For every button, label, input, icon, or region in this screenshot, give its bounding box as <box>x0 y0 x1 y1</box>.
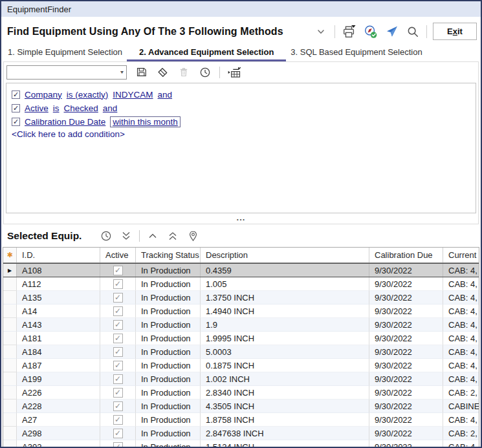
row-selector[interactable] <box>3 372 17 386</box>
cell-active[interactable]: ✓ <box>100 318 136 332</box>
active-checkbox[interactable]: ✓ <box>113 361 123 370</box>
table-row[interactable]: A14✓In Production1.4940 INCH9/30/2022CAB… <box>3 304 479 318</box>
table-row[interactable]: A112✓In Production1.0059/30/2022CAB: 4, … <box>3 277 479 291</box>
cell-active[interactable]: ✓ <box>100 400 136 413</box>
condition-checkbox[interactable]: ✓ <box>12 91 20 99</box>
column-header-active[interactable]: Active <box>100 248 136 262</box>
cell-active[interactable]: ✓ <box>100 372 136 386</box>
active-checkbox[interactable]: ✓ <box>113 388 123 398</box>
condition-segment[interactable]: Calibration Due Date <box>25 117 105 127</box>
active-checkbox[interactable]: ✓ <box>113 401 123 411</box>
condition-segment[interactable]: Company <box>25 90 62 100</box>
active-checkbox[interactable]: ✓ <box>113 279 123 289</box>
row-selector[interactable] <box>3 440 17 447</box>
table-row[interactable]: A184✓In Production5.00039/30/2022CAB: 4,… <box>3 345 479 359</box>
column-header-description[interactable]: Description <box>201 248 369 262</box>
table-row[interactable]: A228✓In Production4.3505 INCH9/30/2022CA… <box>3 400 479 413</box>
double-chevron-down-icon[interactable] <box>119 229 133 243</box>
condition-segment[interactable]: and <box>103 103 118 113</box>
table-row[interactable]: A226✓In Production2.8340 INCH9/30/2022CA… <box>3 386 479 400</box>
active-checkbox[interactable]: ✓ <box>113 442 123 447</box>
save-query-icon[interactable] <box>134 65 148 80</box>
active-checkbox[interactable]: ✓ <box>113 293 123 303</box>
row-selector[interactable] <box>3 386 17 400</box>
active-checkbox[interactable]: ✓ <box>113 374 123 384</box>
double-chevron-up-icon[interactable] <box>166 229 180 243</box>
search-icon[interactable] <box>405 24 421 39</box>
cell-active[interactable]: ✓ <box>100 440 136 447</box>
exit-button[interactable]: Exit <box>433 23 477 40</box>
row-selector[interactable] <box>3 427 17 440</box>
table-row[interactable]: A27✓In Production1.8758 INCH9/30/2022CAB… <box>3 413 479 427</box>
cell-active[interactable]: ✓ <box>100 427 136 440</box>
tab-1[interactable]: 1. Simple Equipment Selection <box>7 47 131 61</box>
condition-checkbox[interactable]: ✓ <box>12 104 20 112</box>
condition-checkbox[interactable]: ✓ <box>12 118 20 126</box>
row-selector[interactable] <box>3 345 17 359</box>
send-icon[interactable] <box>384 24 399 39</box>
row-selector[interactable] <box>3 332 17 345</box>
cell-active[interactable]: ✓ <box>100 277 136 291</box>
active-checkbox[interactable]: ✓ <box>113 415 123 425</box>
add-condition-link[interactable]: <Click here to add condition> <box>12 129 470 139</box>
chevron-down-icon[interactable] <box>313 24 329 39</box>
active-checkbox[interactable]: ✓ <box>113 429 123 438</box>
cell-active[interactable]: ✓ <box>100 332 136 345</box>
table-row[interactable]: A302✓In Production1.5124 INCH9/30/2022CA… <box>3 440 479 447</box>
cell-location: CAB: 2, SH <box>443 386 479 400</box>
table-row[interactable]: A187✓In Production0.1875 INCH9/30/2022CA… <box>3 359 479 372</box>
active-checkbox[interactable]: ✓ <box>113 347 123 357</box>
active-checkbox[interactable]: ✓ <box>113 266 123 275</box>
column-header-calibration[interactable]: Calibration Due <box>369 248 443 262</box>
table-row[interactable]: ▶A108✓In Production0.43599/30/2022CAB: 4… <box>3 263 479 277</box>
column-header-id[interactable]: I.D. <box>17 248 100 262</box>
location-pin-icon[interactable] <box>186 229 200 243</box>
cell-active[interactable]: ✓ <box>100 291 136 304</box>
cell-active[interactable]: ✓ <box>100 386 136 400</box>
active-checkbox[interactable]: ✓ <box>113 306 123 316</box>
condition-segment[interactable]: within this month <box>110 116 181 127</box>
tab-3[interactable]: 3. SQL Based Equipment Selection <box>282 47 430 61</box>
query-history-icon[interactable] <box>198 65 212 80</box>
row-selector[interactable] <box>3 304 17 318</box>
cell-active[interactable]: ✓ <box>100 264 136 277</box>
condition-segment[interactable]: is <box>53 103 60 113</box>
active-checkbox[interactable]: ✓ <box>113 334 123 343</box>
cell-id: A228 <box>17 400 100 413</box>
cell-active[interactable]: ✓ <box>100 413 136 427</box>
history-icon[interactable] <box>99 229 113 243</box>
table-row[interactable]: A135✓In Production1.3750 INCH9/30/2022CA… <box>3 291 479 304</box>
cell-active[interactable]: ✓ <box>100 345 136 359</box>
condition-segment[interactable]: INDYCAM <box>113 90 153 100</box>
row-selector[interactable] <box>3 277 17 291</box>
panel-splitter[interactable]: ... <box>3 216 479 224</box>
row-selector[interactable]: ▶ <box>3 264 17 277</box>
printer-icon[interactable] <box>341 24 356 39</box>
row-selector[interactable] <box>3 359 17 372</box>
condition-segment[interactable]: Checked <box>64 103 98 113</box>
load-into-grid-icon[interactable] <box>227 65 241 80</box>
splitter-handle[interactable]: ... <box>237 217 246 219</box>
saved-query-combobox[interactable]: ▾ <box>6 65 127 80</box>
row-selector[interactable] <box>3 400 17 413</box>
table-row[interactable]: A181✓In Production1.9995 INCH9/30/2022CA… <box>3 332 479 345</box>
validate-query-icon[interactable] <box>362 24 378 39</box>
row-selector[interactable] <box>3 413 17 427</box>
clear-query-icon[interactable] <box>155 65 170 80</box>
table-row[interactable]: A298✓In Production2.847638 INCH9/30/2022… <box>3 427 479 440</box>
cell-active[interactable]: ✓ <box>100 359 136 372</box>
condition-segment[interactable]: is (exactly) <box>67 90 109 100</box>
column-header-location[interactable]: Current L <box>443 248 479 262</box>
tab-2[interactable]: 2. Advanced Equipment Selection <box>131 47 282 61</box>
column-header-tracking[interactable]: Tracking Status <box>136 248 201 262</box>
active-checkbox[interactable]: ✓ <box>113 320 123 330</box>
row-selector[interactable] <box>3 291 17 304</box>
table-row[interactable]: A199✓In Production1.002 INCH9/30/2022CAB… <box>3 372 479 386</box>
row-selector[interactable] <box>3 318 17 332</box>
chevron-up-icon[interactable] <box>146 229 160 243</box>
condition-segment[interactable]: Active <box>25 103 49 113</box>
condition-segment[interactable]: and <box>158 90 173 100</box>
table-row[interactable]: A143✓In Production1.99/30/2022CAB: 4, SH <box>3 318 479 332</box>
combo-dropdown-arrow[interactable]: ▾ <box>120 69 124 75</box>
cell-active[interactable]: ✓ <box>100 304 136 318</box>
